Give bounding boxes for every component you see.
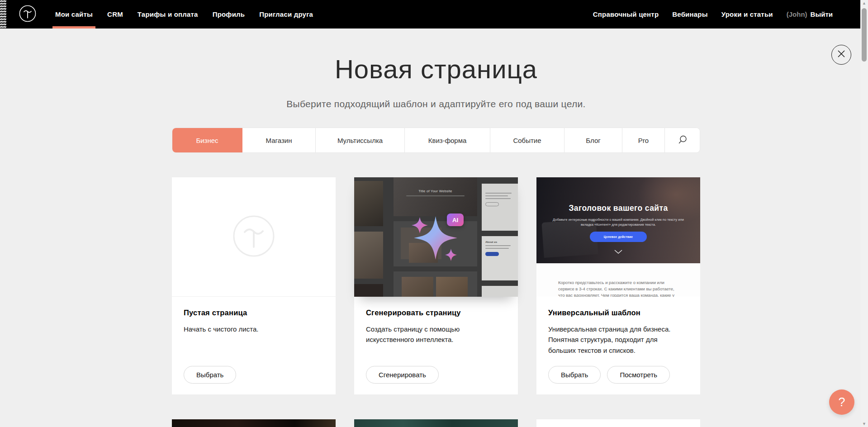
preview-paragraph: Коротко представьтесь и расскажите о ком… (558, 280, 678, 297)
template-cards-grid: Пустая страница Начать с чистого листа. … (172, 177, 700, 427)
nav-lessons[interactable]: Уроки и статьи (715, 10, 780, 18)
blank-page-preview (172, 177, 336, 297)
card-description: Начать с чистого листа. (184, 324, 319, 334)
card-ai-generate[interactable]: Title of Your Website (354, 177, 518, 394)
choose-button[interactable]: Выбрать (548, 366, 601, 384)
preview-subtext: Добавьте интересные подробности о вашей … (550, 217, 687, 228)
card-title: Пустая страница (184, 308, 324, 317)
page-subtitle: Выберите подходящий шаблон и адаптируйте… (172, 99, 700, 109)
preview-cta-button: Целевое действие (590, 232, 647, 242)
main-content: Новая страница Выберите подходящий шабло… (172, 28, 700, 427)
tab-pro[interactable]: Pro (622, 128, 665, 152)
top-navbar: Мои сайты CRM Тарифы и оплата Профиль Пр… (0, 0, 868, 28)
question-mark-icon: ? (838, 395, 845, 409)
tab-blog[interactable]: Блог (564, 128, 622, 152)
tab-business[interactable]: Бизнес (172, 128, 242, 152)
partial-card-2[interactable] (354, 419, 518, 427)
page-scrollbar[interactable]: ▲ ▼ (860, 0, 868, 427)
nav-pricing[interactable]: Тарифы и оплата (130, 0, 205, 28)
secondary-nav: Справочный центр Вебинары Уроки и статьи… (586, 0, 868, 28)
user-name: (John) (787, 10, 807, 18)
help-button[interactable]: ? (829, 389, 854, 415)
close-icon (837, 49, 846, 60)
nav-profile[interactable]: Профиль (205, 0, 252, 28)
partial-card-1[interactable] (172, 419, 336, 427)
nav-webinars[interactable]: Вебинары (665, 10, 714, 18)
tab-search[interactable] (665, 128, 700, 152)
template-category-tabs: Бизнес Магазин Мультиссылка Квиз-форма С… (172, 128, 700, 153)
close-button[interactable] (831, 45, 851, 65)
partial-card-3[interactable] (536, 419, 700, 427)
nav-invite-friend[interactable]: Пригласи друга (252, 0, 320, 28)
scroll-up-arrow-icon[interactable]: ▲ (862, 0, 866, 6)
card-description: Универсальная страница для бизнеса. Поня… (548, 324, 684, 356)
tab-store[interactable]: Магазин (242, 128, 316, 152)
card-universal-template[interactable]: Заголовок вашего сайта Добавьте интересн… (536, 177, 700, 394)
scrollbar-thumb[interactable] (862, 8, 867, 62)
user-logout[interactable]: (John) Выйти (780, 10, 833, 18)
ai-badge: AI (447, 214, 464, 226)
preview-heading: Заголовок вашего сайта (536, 204, 700, 213)
nav-my-sites[interactable]: Мои сайты (48, 0, 100, 28)
main-nav: Мои сайты CRM Тарифы и оплата Профиль Пр… (48, 0, 320, 28)
generate-button[interactable]: Сгенерировать (366, 366, 439, 384)
chevron-down-icon (613, 249, 624, 254)
nav-crm[interactable]: CRM (100, 0, 130, 28)
tilda-watermark-icon (232, 215, 275, 259)
logout-link[interactable]: Выйти (811, 10, 833, 18)
tab-event[interactable]: Событие (490, 128, 564, 152)
card-title: Универсальный шаблон (548, 308, 688, 317)
card-blank-page[interactable]: Пустая страница Начать с чистого листа. … (172, 177, 336, 394)
tab-quiz-form[interactable]: Квиз-форма (405, 128, 490, 152)
ai-preview: Title of Your Website (354, 177, 518, 297)
universal-preview: Заголовок вашего сайта Добавьте интересн… (536, 177, 700, 297)
card-title: Сгенерировать страницу (366, 308, 506, 317)
view-button[interactable]: Посмотреть (607, 366, 670, 384)
nav-help-center[interactable]: Справочный центр (586, 10, 666, 18)
zigzag-pattern (0, 0, 6, 28)
tab-multilink[interactable]: Мультиссылка (316, 128, 405, 152)
card-description: Создать страницу с помощью искусственног… (366, 324, 502, 345)
ai-sparkles-icon (354, 177, 518, 297)
page-title: Новая страница (172, 54, 700, 84)
tilda-logo-icon[interactable] (19, 5, 36, 24)
search-icon (678, 135, 688, 146)
scroll-down-arrow-icon[interactable]: ▼ (862, 421, 866, 427)
choose-button[interactable]: Выбрать (184, 366, 236, 384)
